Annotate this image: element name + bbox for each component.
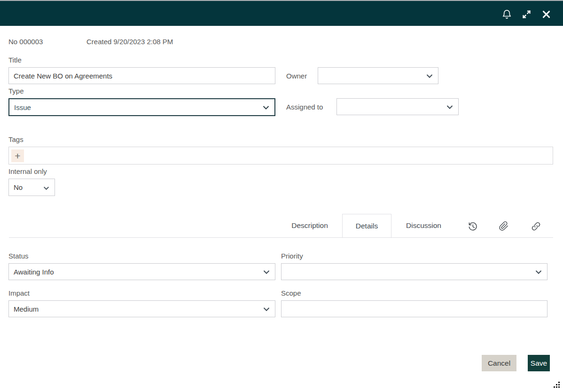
- chevron-down-icon: [263, 305, 270, 313]
- attachment-icon[interactable]: [498, 220, 509, 232]
- scope-label: Scope: [281, 289, 301, 297]
- type-value: Issue: [14, 103, 31, 111]
- save-button[interactable]: Save: [528, 355, 550, 371]
- impact-label: Impact: [8, 289, 30, 297]
- chevron-down-icon: [263, 268, 270, 276]
- tab-strip-divider: [9, 237, 553, 238]
- assigned-to-label: Assigned to: [286, 103, 323, 111]
- resize-grip-icon[interactable]: [554, 382, 561, 389]
- add-tag-button[interactable]: +: [11, 149, 24, 162]
- tags-field[interactable]: +: [8, 147, 553, 165]
- history-icon[interactable]: [467, 220, 478, 232]
- internal-only-label: Internal only: [8, 167, 47, 175]
- owner-label: Owner: [286, 72, 307, 80]
- tags-label: Tags: [8, 135, 23, 143]
- chevron-down-icon: [535, 268, 542, 276]
- chevron-down-icon: [43, 183, 49, 191]
- link-icon[interactable]: [530, 220, 541, 232]
- chevron-down-icon: [426, 72, 433, 80]
- type-label: Type: [8, 87, 24, 95]
- chevron-down-icon: [446, 103, 453, 111]
- expand-icon[interactable]: [521, 8, 532, 20]
- bell-icon[interactable]: [501, 8, 512, 20]
- priority-select[interactable]: [281, 263, 547, 280]
- record-number: No 000003: [8, 38, 43, 46]
- assigned-to-select[interactable]: [336, 98, 459, 115]
- impact-select[interactable]: Medium: [8, 300, 275, 317]
- internal-only-value: No: [14, 183, 23, 191]
- tab-discussion[interactable]: Discussion: [396, 214, 451, 237]
- type-select[interactable]: Issue: [8, 98, 275, 116]
- tab-description-label: Description: [291, 221, 328, 230]
- tab-details[interactable]: Details: [342, 214, 391, 237]
- chevron-down-icon: [263, 103, 269, 111]
- status-select[interactable]: Awaiting Info: [8, 263, 275, 280]
- impact-value: Medium: [14, 305, 39, 313]
- status-label: Status: [8, 252, 29, 260]
- title-value: Create New BO on Agreements: [14, 72, 112, 80]
- internal-only-select[interactable]: No: [8, 179, 55, 196]
- priority-label: Priority: [281, 252, 303, 260]
- scope-input[interactable]: [281, 300, 547, 317]
- title-input[interactable]: Create New BO on Agreements: [8, 67, 275, 84]
- tab-description[interactable]: Description: [280, 214, 339, 237]
- status-value: Awaiting Info: [14, 268, 54, 276]
- issue-modal: { "window": { "topbar_icons": ["bell-ico…: [0, 0, 563, 392]
- owner-select[interactable]: [318, 67, 438, 84]
- tab-details-label: Details: [356, 222, 378, 230]
- cancel-button[interactable]: Cancel: [482, 355, 516, 371]
- modal-header-bar: [0, 1, 563, 26]
- close-icon[interactable]: [540, 8, 552, 20]
- tab-discussion-label: Discussion: [406, 221, 441, 230]
- created-timestamp: Created 9/20/2023 2:08 PM: [86, 38, 173, 46]
- title-label: Title: [8, 56, 22, 64]
